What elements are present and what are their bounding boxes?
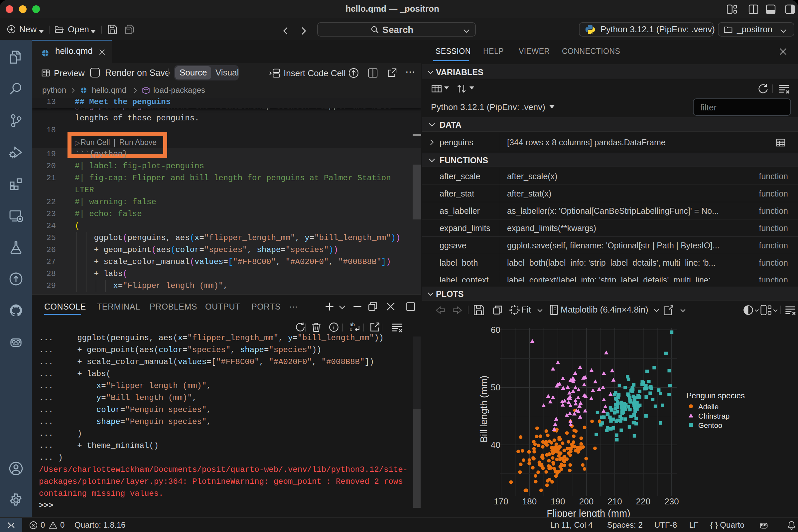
svg-text:c: c: [350, 327, 352, 332]
svg-text:230: 230: [664, 496, 679, 507]
svg-text:180: 180: [522, 496, 537, 507]
svg-text:Chinstrap: Chinstrap: [698, 412, 729, 420]
svg-text:170: 170: [494, 496, 508, 507]
svg-text:220: 220: [636, 496, 650, 507]
svg-text:210: 210: [607, 496, 622, 507]
svg-text:Adelie: Adelie: [698, 403, 719, 411]
svg-text:40: 40: [491, 440, 500, 450]
svg-text:60: 60: [491, 325, 500, 335]
svg-text:Bill length (mm): Bill length (mm): [478, 375, 489, 442]
svg-text:190: 190: [551, 496, 565, 507]
svg-text:ab: ab: [350, 322, 355, 327]
svg-text:200: 200: [579, 496, 593, 507]
svg-text:Gentoo: Gentoo: [698, 421, 722, 430]
svg-text:50: 50: [491, 382, 500, 392]
svg-text:Flipper length (mm): Flipper length (mm): [547, 508, 630, 517]
svg-text:Penguin species: Penguin species: [686, 391, 745, 400]
